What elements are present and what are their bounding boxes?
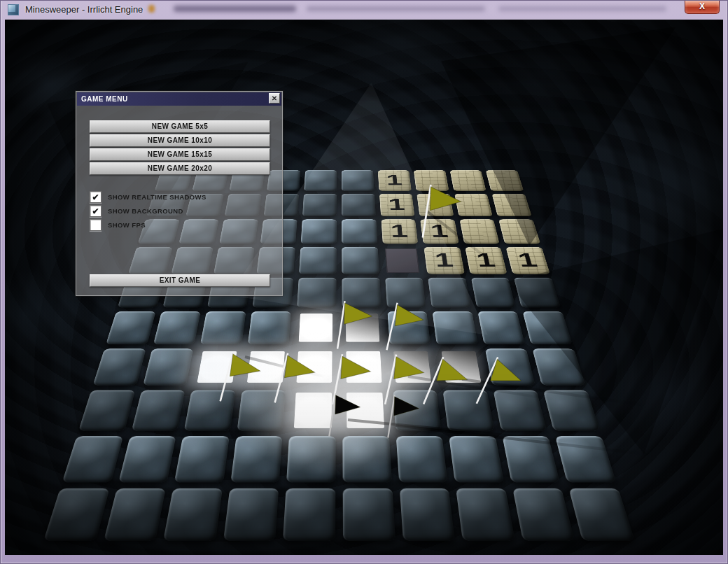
option-label: SHOW REALTIME SHADOWS [108,193,206,201]
option-show-background[interactable]: ✔SHOW BACKGROUND [90,205,183,217]
new-game-button-15x15[interactable]: NEW GAME 15x15 [90,148,270,161]
exit-game-button[interactable]: EXIT GAME [90,274,270,287]
checkbox-checked-icon[interactable]: ✔ [90,191,102,203]
window-titlebar[interactable]: Minesweeper - Irrlicht Engine X [0,0,728,20]
app-icon [8,4,19,15]
option-show-fps[interactable]: SHOW FPS [90,219,146,231]
window-title: Minesweeper - Irrlicht Engine [25,4,143,15]
new-game-button-20x20[interactable]: NEW GAME 20x20 [90,162,270,175]
option-label: SHOW FPS [108,221,146,229]
checkbox-checked-icon[interactable]: ✔ [90,205,102,217]
blurred-watermark [498,6,666,11]
blurred-watermark [148,5,155,13]
game-menu-titlebar[interactable]: GAME MENU [77,92,281,106]
option-show-realtime-shadows[interactable]: ✔SHOW REALTIME SHADOWS [90,191,206,203]
blurred-watermark [174,6,296,12]
game-viewport: 1111111 GAME MENU ✕ NEW GAME 5x5NEW GAME… [5,20,723,555]
app-window: 1111111 GAME MENU ✕ NEW GAME 5x5NEW GAME… [0,0,728,564]
new-game-button-10x10[interactable]: NEW GAME 10x10 [90,134,270,147]
checkbox-unchecked-icon[interactable] [90,219,102,231]
blurred-watermark [307,6,485,11]
new-game-button-5x5[interactable]: NEW GAME 5x5 [90,120,270,133]
menu-close-button[interactable]: ✕ [269,93,280,104]
window-close-button[interactable]: X [685,0,720,14]
option-label: SHOW BACKGROUND [108,207,183,215]
game-menu-panel: GAME MENU ✕ NEW GAME 5x5NEW GAME 10x10NE… [76,91,283,296]
